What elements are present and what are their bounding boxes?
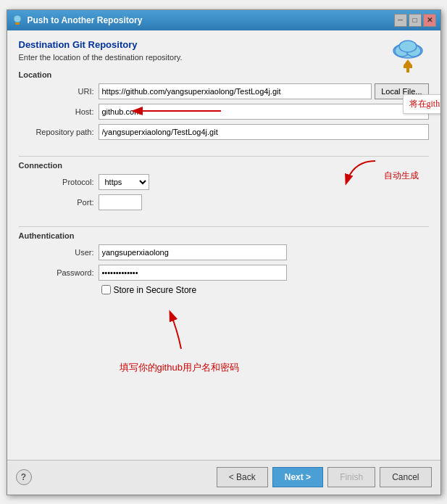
help-button[interactable]: ? <box>16 469 32 485</box>
location-group-label: Location <box>19 70 429 79</box>
credentials-annotation-container: 填写你的github用户名和密码 <box>120 361 239 374</box>
credentials-arrow <box>152 309 210 352</box>
title-bar: Push to Another Repository ─ □ ✕ <box>7 10 440 30</box>
protocol-row: Protocol: https ssh git http <box>19 174 429 190</box>
password-row: Password: <box>19 265 429 281</box>
cancel-button[interactable]: Cancel <box>380 467 431 487</box>
dialog-content: Destination Git Repository Enter the loc… <box>7 30 440 460</box>
user-input[interactable] <box>99 244 287 260</box>
finish-button[interactable]: Finish <box>327 467 375 487</box>
store-checkbox-row: Store in Secure Store <box>101 285 429 295</box>
port-row: Port: <box>19 194 429 210</box>
main-window: Push to Another Repository ─ □ ✕ Destina <box>7 9 441 495</box>
back-button[interactable]: < Back <box>217 467 268 487</box>
connection-group-label: Connection <box>19 161 429 170</box>
auth-group-label: Authentication <box>19 231 429 240</box>
cloud-icon <box>391 38 425 59</box>
window-icon <box>12 15 23 26</box>
close-button[interactable]: ✕ <box>423 14 436 27</box>
section-title: Destination Git Repository <box>19 39 429 50</box>
repo-path-label: Repository path: <box>19 128 99 136</box>
host-label: Host: <box>19 107 99 116</box>
repo-path-row: Repository path: <box>19 124 429 140</box>
svg-rect-1 <box>15 22 20 25</box>
repo-path-input[interactable] <box>99 124 429 140</box>
maximize-button[interactable]: □ <box>409 14 422 27</box>
next-button[interactable]: Next > <box>272 467 323 487</box>
host-input[interactable] <box>99 104 429 120</box>
uri-input[interactable] <box>99 83 372 99</box>
cloud-icon-area <box>390 38 426 74</box>
location-group: Location URI: Local File... Host: Reposi… <box>19 70 429 144</box>
window-title: Push to Another Repository <box>28 15 143 25</box>
title-bar-controls: ─ □ ✕ <box>394 14 436 27</box>
port-input[interactable] <box>99 194 142 210</box>
protocol-label: Protocol: <box>19 178 99 186</box>
uri-row: URI: Local File... <box>19 83 429 99</box>
host-row: Host: <box>19 104 429 120</box>
connection-group: Connection Protocol: https ssh git http … <box>19 161 429 215</box>
svg-point-5 <box>399 41 417 52</box>
footer-right: < Back Next > Finish Cancel <box>217 467 432 487</box>
store-checkbox[interactable] <box>101 285 111 294</box>
user-label: User: <box>19 248 99 257</box>
divider-2 <box>19 226 429 227</box>
svg-marker-8 <box>404 59 412 65</box>
password-input[interactable] <box>99 265 287 281</box>
upload-arrow-icon <box>404 59 412 74</box>
svg-point-0 <box>14 15 21 22</box>
port-label: Port: <box>19 198 99 207</box>
user-row: User: <box>19 244 429 260</box>
divider-1 <box>19 156 429 157</box>
local-file-button[interactable]: Local File... <box>375 83 428 99</box>
password-label: Password: <box>19 268 99 277</box>
credentials-annotation-text: 填写你的github用户名和密码 <box>120 362 239 373</box>
footer-left: ? <box>16 469 32 485</box>
store-label[interactable]: Store in Secure Store <box>114 285 197 295</box>
minimize-button[interactable]: ─ <box>394 14 407 27</box>
footer-bar: ? < Back Next > Finish Cancel <box>7 460 440 495</box>
title-bar-text: Push to Another Repository <box>12 15 143 26</box>
uri-label: URI: <box>19 87 99 96</box>
section-desc: Enter the location of the destination re… <box>19 53 429 62</box>
protocol-select[interactable]: https ssh git http <box>99 174 149 190</box>
authentication-group: Authentication User: Password: Store in … <box>19 231 429 295</box>
svg-rect-7 <box>404 65 412 68</box>
